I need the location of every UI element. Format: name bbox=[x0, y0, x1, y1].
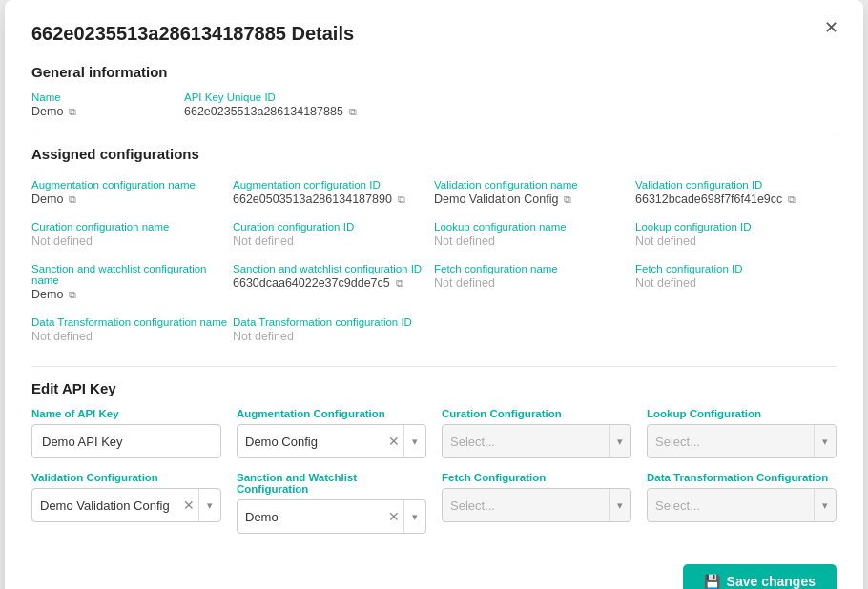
api-key-copy-icon[interactable]: ⧉ bbox=[349, 106, 357, 118]
name-label: Name bbox=[31, 91, 184, 103]
select-arrow-3[interactable]: ▾ bbox=[814, 425, 836, 457]
name-value: Demo ⧉ bbox=[31, 105, 184, 118]
select-arrow-6[interactable]: ▾ bbox=[609, 489, 630, 521]
assigned-label-5: Curation configuration ID bbox=[233, 221, 434, 233]
assigned-label-10: Fetch configuration name bbox=[434, 263, 635, 274]
form-label-1: Augmentation Configuration bbox=[237, 408, 426, 419]
form-select-5[interactable]: Demo✕▾ bbox=[237, 499, 426, 534]
assigned-field-13: Data Transformation configuration IDNot … bbox=[233, 311, 434, 353]
name-copy-icon[interactable]: ⧉ bbox=[69, 106, 76, 118]
select-arrow-5[interactable]: ▾ bbox=[403, 500, 425, 533]
assigned-value-7: Not defined bbox=[635, 234, 837, 248]
assigned-field-1: Augmentation configuration ID662e0503513… bbox=[233, 173, 434, 215]
assigned-value-2: Demo Validation Config⧉ bbox=[434, 193, 635, 206]
form-input-0[interactable] bbox=[31, 424, 221, 458]
form-field-4: Validation ConfigurationDemo Validation … bbox=[31, 472, 221, 534]
assigned-value-5: Not defined bbox=[233, 234, 434, 248]
form-label-7: Data Transformation Configuration bbox=[647, 472, 837, 483]
assigned-value-8: Demo⧉ bbox=[31, 288, 233, 301]
assigned-field-2: Validation configuration nameDemo Valida… bbox=[434, 173, 635, 215]
divider-1 bbox=[31, 132, 837, 132]
select-arrow-4[interactable]: ▾ bbox=[198, 489, 220, 521]
form-label-3: Lookup Configuration bbox=[647, 408, 837, 419]
assigned-field-0: Augmentation configuration nameDemo⧉ bbox=[31, 173, 233, 215]
assigned-label-3: Validation configuration ID bbox=[635, 179, 837, 191]
assigned-field-6: Lookup configuration nameNot defined bbox=[434, 215, 635, 257]
assigned-field-10: Fetch configuration nameNot defined bbox=[434, 257, 635, 311]
assigned-value-9: 6630dcaa64022e37c9dde7c5⧉ bbox=[233, 276, 434, 290]
assigned-field-11: Fetch configuration IDNot defined bbox=[635, 257, 837, 311]
select-clear-1[interactable]: ✕ bbox=[384, 435, 403, 448]
save-label: Save changes bbox=[727, 574, 816, 589]
form-select-1[interactable]: Demo Config✕▾ bbox=[237, 424, 426, 458]
form-field-5: Sanction and Watchlist ConfigurationDemo… bbox=[237, 472, 426, 534]
close-button[interactable]: ✕ bbox=[818, 17, 844, 38]
assigned-copy-icon-9[interactable]: ⧉ bbox=[396, 277, 403, 290]
assigned-value-3: 66312bcade698f7f6f41e9cc⧉ bbox=[635, 193, 837, 206]
form-select-4[interactable]: Demo Validation Config✕▾ bbox=[31, 488, 221, 522]
general-info-row: Name Demo ⧉ API Key Unique ID 662e023551… bbox=[31, 91, 837, 118]
form-field-7: Data Transformation ConfigurationSelect.… bbox=[647, 472, 837, 534]
form-label-0: Name of API Key bbox=[31, 408, 221, 419]
assigned-value-0: Demo⧉ bbox=[31, 193, 233, 206]
assigned-value-6: Not defined bbox=[434, 234, 635, 248]
form-label-6: Fetch Configuration bbox=[442, 472, 631, 483]
assigned-value-4: Not defined bbox=[31, 234, 233, 248]
assigned-label-0: Augmentation configuration name bbox=[31, 179, 233, 191]
edit-section-title: Edit API Key bbox=[31, 380, 837, 396]
save-icon: 💾 bbox=[704, 574, 720, 589]
footer: 💾 Save changes bbox=[31, 555, 837, 589]
assigned-label-11: Fetch configuration ID bbox=[635, 263, 837, 274]
assigned-copy-icon-3[interactable]: ⧉ bbox=[788, 193, 796, 206]
assigned-label-13: Data Transformation configuration ID bbox=[233, 316, 434, 328]
assigned-copy-icon-2[interactable]: ⧉ bbox=[564, 193, 571, 206]
form-field-2: Curation ConfigurationSelect...▾ bbox=[442, 408, 631, 458]
assigned-field-12: Data Transformation configuration nameNo… bbox=[31, 311, 233, 353]
form-label-2: Curation Configuration bbox=[442, 408, 631, 419]
assigned-field-9: Sanction and watchlist configuration ID6… bbox=[233, 257, 434, 311]
form-label-4: Validation Configuration bbox=[31, 472, 221, 483]
select-clear-4[interactable]: ✕ bbox=[179, 498, 198, 512]
assigned-field-7: Lookup configuration IDNot defined bbox=[635, 215, 837, 257]
select-arrow-1[interactable]: ▾ bbox=[403, 425, 425, 457]
select-arrow-7[interactable]: ▾ bbox=[814, 489, 836, 521]
assigned-value-12: Not defined bbox=[31, 330, 233, 343]
assigned-label-12: Data Transformation configuration name bbox=[31, 316, 233, 328]
assigned-value-10: Not defined bbox=[434, 276, 635, 290]
api-key-label: API Key Unique ID bbox=[184, 91, 837, 103]
form-select-2[interactable]: Select...▾ bbox=[442, 424, 631, 458]
assigned-value-11: Not defined bbox=[635, 276, 837, 290]
divider-2 bbox=[31, 366, 837, 367]
form-select-3[interactable]: Select...▾ bbox=[647, 424, 837, 458]
assigned-field-3: Validation configuration ID66312bcade698… bbox=[635, 173, 837, 215]
assigned-label-9: Sanction and watchlist configuration ID bbox=[233, 263, 434, 274]
modal-title: 662e0235513a286134187885 Details bbox=[31, 23, 837, 45]
assigned-label-4: Curation configuration name bbox=[31, 221, 233, 233]
form-label-5: Sanction and Watchlist Configuration bbox=[237, 472, 426, 495]
assigned-copy-icon-8[interactable]: ⧉ bbox=[69, 289, 76, 301]
assigned-label-2: Validation configuration name bbox=[434, 179, 635, 191]
api-key-value: 662e0235513a286134187885 ⧉ bbox=[184, 105, 837, 118]
name-group: Name Demo ⧉ bbox=[31, 91, 184, 118]
assigned-copy-icon-0[interactable]: ⧉ bbox=[69, 193, 76, 206]
assigned-copy-icon-1[interactable]: ⧉ bbox=[398, 193, 405, 206]
form-field-6: Fetch ConfigurationSelect...▾ bbox=[442, 472, 631, 534]
form-select-7[interactable]: Select...▾ bbox=[647, 488, 837, 522]
assigned-label-7: Lookup configuration ID bbox=[635, 221, 837, 233]
form-field-3: Lookup ConfigurationSelect...▾ bbox=[647, 408, 837, 458]
api-key-group: API Key Unique ID 662e0235513a2861341878… bbox=[184, 91, 837, 118]
assigned-field-5: Curation configuration IDNot defined bbox=[233, 215, 434, 257]
assigned-grid: Augmentation configuration nameDemo⧉Augm… bbox=[31, 173, 837, 353]
modal-container: 662e0235513a286134187885 Details ✕ Gener… bbox=[5, 0, 863, 589]
select-arrow-2[interactable]: ▾ bbox=[609, 425, 630, 457]
assigned-label-6: Lookup configuration name bbox=[434, 221, 635, 233]
assigned-value-13: Not defined bbox=[233, 330, 434, 343]
assigned-section-title: Assigned configurations bbox=[31, 146, 837, 162]
select-clear-5[interactable]: ✕ bbox=[384, 510, 403, 523]
general-section-title: General information bbox=[31, 64, 837, 80]
form-field-1: Augmentation ConfigurationDemo Config✕▾ bbox=[237, 408, 426, 458]
form-grid: Name of API KeyAugmentation Configuratio… bbox=[31, 408, 837, 534]
save-button[interactable]: 💾 Save changes bbox=[683, 564, 837, 589]
form-select-6[interactable]: Select...▾ bbox=[442, 488, 631, 522]
assigned-field-4: Curation configuration nameNot defined bbox=[31, 215, 233, 257]
